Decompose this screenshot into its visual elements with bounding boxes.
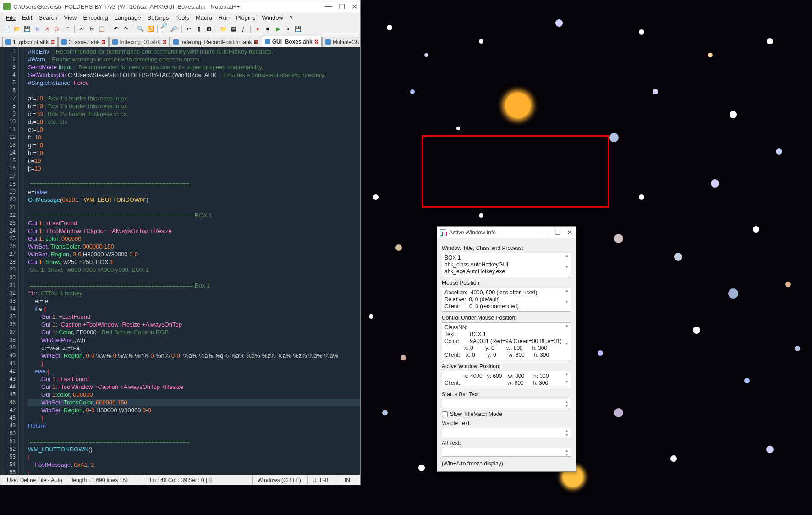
- doc-map-icon[interactable]: ▤: [229, 24, 238, 33]
- star: [609, 133, 619, 142]
- tab-3[interactable]: Indexing_RecordPosition.ahk⊠: [170, 37, 261, 47]
- npp-editor[interactable]: 1234567891011121314151617181920212223242…: [0, 47, 360, 475]
- paste-icon[interactable]: 📋: [97, 24, 106, 33]
- awi-field-status[interactable]: ▲▼: [442, 399, 571, 408]
- menu-macro[interactable]: Macro: [193, 14, 215, 21]
- file-icon: [325, 39, 331, 45]
- tab-0[interactable]: 1_qdscript.ahk⊠: [2, 37, 58, 47]
- tab-close-icon[interactable]: ⊠: [50, 39, 55, 45]
- star: [382, 410, 388, 415]
- tab-2[interactable]: Indexing_01.ahk⊠: [109, 37, 169, 47]
- file-icon: [5, 39, 11, 45]
- star: [479, 213, 483, 218]
- status-cursor: Ln : 46 Col : 39 Sel : 0 | 0: [145, 475, 253, 485]
- replace-icon[interactable]: 🔁: [146, 24, 155, 33]
- star: [456, 127, 460, 130]
- tab-4[interactable]: GUI_Boxes.ahk⊠: [262, 36, 322, 47]
- star: [674, 253, 682, 261]
- close-file-icon[interactable]: ✕: [43, 24, 52, 33]
- menu-settings[interactable]: Settings: [145, 14, 172, 21]
- maximize-button[interactable]: ☐: [339, 2, 345, 11]
- stop-macro-icon[interactable]: ■: [263, 24, 272, 33]
- awi-field-winpos[interactable]: x: 4000 y: 600 w: 800 h: 300 Client: w: …: [442, 371, 571, 388]
- star: [776, 148, 782, 155]
- code-area[interactable]: #NoEnv ; Recommended for performance and…: [25, 47, 360, 475]
- zoom-out-icon[interactable]: 🔎-: [170, 24, 179, 33]
- menu-plugins[interactable]: Plugins: [233, 14, 258, 21]
- tab-close-icon[interactable]: ⊠: [101, 39, 105, 45]
- star: [753, 226, 759, 233]
- awi-slow-titlematch-checkbox[interactable]: Slow TitleMatchMode: [442, 411, 571, 417]
- awi-field-title[interactable]: BOX 1 ahk_class AutoHotkeyGUI ahk_exe Au…: [442, 253, 571, 277]
- fold-gutter[interactable]: [19, 47, 25, 475]
- run-multiple-icon[interactable]: »: [283, 24, 292, 33]
- awi-field-control[interactable]: ClassNN: Text: BOX 1 Color: 9A0001 (Red=…: [442, 322, 571, 360]
- awi-label-alltext: All Text:: [442, 440, 571, 446]
- tab-close-icon[interactable]: ⊠: [254, 39, 258, 45]
- tab-1[interactable]: 3_axsez.ahk⊠: [58, 37, 109, 47]
- awi-field-visible[interactable]: ▲▼: [442, 428, 571, 437]
- zoom-in-icon[interactable]: 🔎+: [160, 24, 169, 33]
- folder-workspace-icon[interactable]: 📁: [219, 24, 228, 33]
- menu-view[interactable]: View: [61, 14, 80, 21]
- file-icon: [265, 39, 270, 44]
- menu-search[interactable]: Search: [36, 14, 60, 21]
- record-macro-icon[interactable]: ●: [253, 24, 262, 33]
- awi-close-button[interactable]: ✕: [567, 228, 573, 237]
- save-all-icon[interactable]: ⎘: [33, 24, 42, 33]
- awi-maximize-button[interactable]: ☐: [554, 228, 560, 237]
- function-list-icon[interactable]: ƒ: [239, 24, 248, 33]
- cut-icon[interactable]: ✂: [77, 24, 86, 33]
- save-icon[interactable]: 💾: [22, 24, 32, 33]
- notepadpp-window: C:\Users\Steve\sb_FOLDERS-BY-TAG (Win10)…: [0, 0, 361, 485]
- print-icon[interactable]: 🖨: [63, 24, 72, 33]
- show-all-chars-icon[interactable]: ¶: [194, 24, 203, 33]
- copy-icon[interactable]: ⎘: [87, 24, 96, 33]
- menu-help[interactable]: ?: [287, 14, 296, 21]
- awi-app-icon: [440, 229, 446, 236]
- star: [401, 355, 406, 360]
- star: [730, 111, 737, 118]
- star: [410, 89, 415, 94]
- menu-tools[interactable]: Tools: [173, 14, 192, 21]
- undo-icon[interactable]: ↶: [111, 24, 121, 33]
- menu-language[interactable]: Language: [112, 14, 144, 21]
- play-macro-icon[interactable]: ▶: [273, 24, 282, 33]
- star: [418, 465, 425, 471]
- new-file-icon[interactable]: 📄: [2, 24, 11, 33]
- find-icon[interactable]: 🔍: [136, 24, 145, 33]
- menu-run[interactable]: Run: [216, 14, 232, 21]
- star: [479, 39, 483, 44]
- open-file-icon[interactable]: 📂: [12, 24, 22, 33]
- star: [369, 314, 373, 319]
- redo-icon[interactable]: ↷: [121, 24, 131, 33]
- box-1-overlay[interactable]: [422, 135, 609, 208]
- awi-titlebar[interactable]: Active Window Info — ☐ ✕: [437, 227, 576, 238]
- star: [744, 378, 750, 383]
- minimize-button[interactable]: —: [325, 2, 332, 11]
- tab-close-icon[interactable]: ⊠: [314, 39, 318, 44]
- close-all-icon[interactable]: ⛒: [53, 24, 62, 33]
- awi-label-mouse: Mouse Position:: [442, 280, 571, 286]
- awi-slow-titlematch-input[interactable]: [442, 411, 448, 417]
- star: [555, 19, 563, 27]
- indent-guide-icon[interactable]: ⊞: [204, 24, 214, 33]
- menu-edit[interactable]: Edit: [19, 14, 35, 21]
- awi-field-mouse[interactable]: Absolute: 4000, 600 (less often used) Re…: [442, 288, 571, 312]
- menu-window[interactable]: Window: [259, 14, 286, 21]
- awi-field-alltext[interactable]: ▲▼: [442, 448, 571, 457]
- status-encoding: UTF-8: [308, 475, 340, 485]
- awi-minimize-button[interactable]: —: [541, 228, 548, 237]
- tab-close-icon[interactable]: ⊠: [162, 39, 166, 45]
- menu-file[interactable]: File: [3, 14, 18, 21]
- save-macro-icon[interactable]: 💾: [293, 24, 302, 33]
- npp-titlebar[interactable]: C:\Users\Steve\sb_FOLDERS-BY-TAG (Win10)…: [0, 0, 360, 12]
- tab-5[interactable]: MultipleGUIScript.ahk⊠: [322, 37, 360, 47]
- star: [693, 327, 700, 334]
- status-ins: IN: [340, 475, 358, 485]
- awi-footer: (Win+A to freeze display): [442, 460, 571, 467]
- wordwrap-icon[interactable]: ↩: [184, 24, 193, 33]
- menu-encoding[interactable]: Encoding: [81, 14, 111, 21]
- star: [708, 53, 713, 57]
- close-button[interactable]: ✕: [351, 2, 357, 11]
